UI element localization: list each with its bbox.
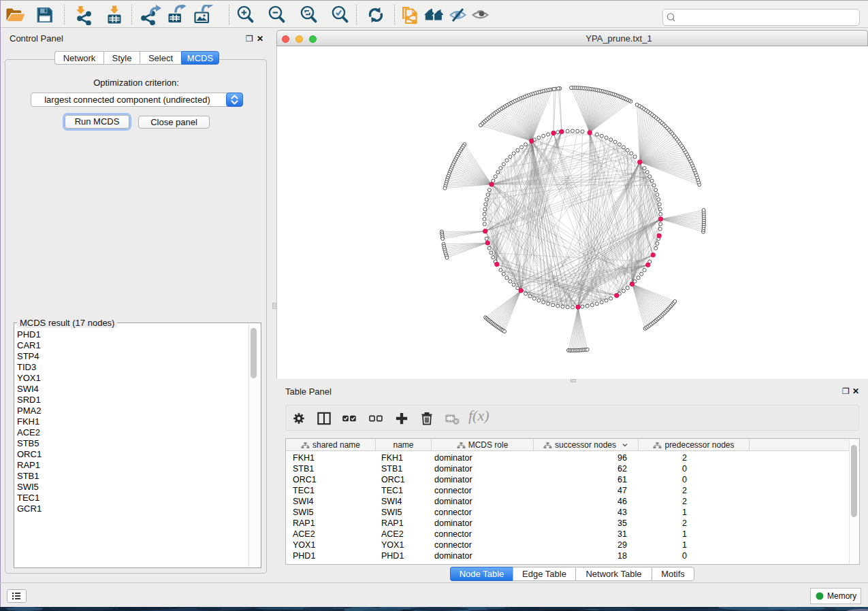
svg-text:Memory: Memory xyxy=(827,591,856,601)
